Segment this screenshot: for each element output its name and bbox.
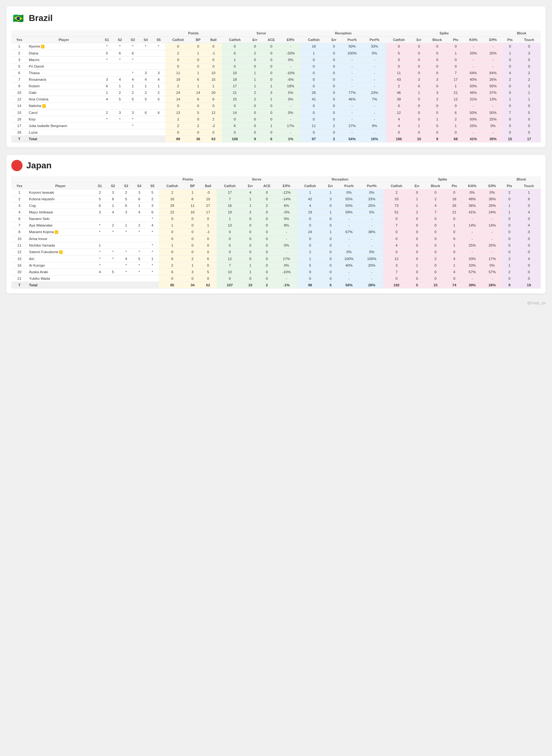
col-header-effpct: Eff% bbox=[482, 182, 502, 189]
cell-15: 0 bbox=[327, 109, 341, 116]
cell-9: 63 bbox=[205, 136, 222, 142]
cell-3: * bbox=[113, 43, 126, 50]
cell-22: 25% bbox=[462, 242, 482, 249]
player-name: Gabi bbox=[27, 89, 101, 96]
cell-13: - bbox=[280, 129, 301, 136]
col-header-ball: Ball bbox=[199, 182, 217, 189]
cell-6: 4 bbox=[146, 222, 159, 229]
cell-5 bbox=[139, 50, 152, 56]
cell-17: - bbox=[363, 116, 386, 122]
cell-18: 2 bbox=[386, 83, 412, 89]
cell-23: - bbox=[484, 129, 503, 136]
cell-2: 3 bbox=[101, 76, 113, 83]
cell-10: 0 bbox=[217, 275, 243, 282]
cell-25: 0 bbox=[518, 129, 541, 136]
cell-5 bbox=[139, 116, 152, 122]
cell-7: 0 bbox=[165, 102, 191, 109]
cell-23: - bbox=[482, 235, 502, 242]
cell-23: - bbox=[482, 215, 502, 222]
cell-8: 1 bbox=[185, 262, 199, 269]
cell-11: 1 bbox=[248, 83, 262, 89]
cell-24: 1 bbox=[503, 96, 518, 102]
cell-23: 14% bbox=[482, 222, 502, 229]
cell-17: - bbox=[363, 76, 386, 83]
cell-13: 0% bbox=[280, 96, 301, 102]
cell-15: 0 bbox=[323, 262, 337, 269]
col-header-catfish: Catfish bbox=[165, 37, 191, 43]
cell-9: -1 bbox=[199, 229, 217, 235]
cell-25: 5 bbox=[518, 109, 541, 116]
cell-18: 33 bbox=[383, 195, 410, 202]
table-row: 4Mayu Ishikawa343462210171920-5%19158%5%… bbox=[11, 209, 541, 215]
cell-11: 0 bbox=[248, 43, 262, 50]
cell-10: 13 bbox=[217, 222, 243, 229]
cell-3: 1 bbox=[106, 202, 120, 209]
cell-19: 0 bbox=[410, 189, 424, 195]
cell-17: 0% bbox=[360, 249, 383, 255]
cell-18: 3 bbox=[383, 262, 410, 269]
cell-15: 1 bbox=[323, 229, 337, 235]
cell-8: 0 bbox=[191, 116, 205, 122]
col-header-block: Block bbox=[424, 182, 447, 189]
table-row: 14NatinhaL000000-00--0000--00 bbox=[11, 102, 541, 109]
cell-9: 17 bbox=[199, 209, 217, 215]
cell-19: 1 bbox=[410, 262, 424, 269]
cell-7: 13 bbox=[165, 109, 191, 116]
cell-0: 10 bbox=[11, 89, 27, 96]
col-header-catfish: Catfish bbox=[301, 37, 327, 43]
cell-16: - bbox=[341, 63, 363, 69]
cell-18: 4 bbox=[383, 242, 410, 249]
cell-24: 0 bbox=[503, 89, 518, 96]
cell-16: 67% bbox=[338, 229, 361, 235]
cell-10: 14 bbox=[222, 109, 248, 116]
cell-20: 2 bbox=[426, 96, 448, 102]
group-header-Reception: Reception bbox=[297, 176, 383, 183]
cell-16: 55% bbox=[338, 195, 361, 202]
cell-13: 0% bbox=[280, 56, 301, 63]
cell-24: 2 bbox=[502, 269, 517, 275]
cell-13: -14% bbox=[276, 195, 297, 202]
col-header-err: Err bbox=[327, 37, 341, 43]
cell-0: 6 bbox=[11, 69, 27, 76]
col-header-yes: Yes bbox=[11, 37, 27, 43]
cell-23: 50% bbox=[484, 109, 503, 116]
cell-22: - bbox=[463, 129, 484, 136]
cell-19: 0 bbox=[410, 255, 424, 262]
cell-21: 0 bbox=[446, 235, 462, 242]
cell-16: 100% bbox=[341, 50, 363, 56]
cell-22: 33% bbox=[462, 255, 482, 262]
cell-18: 12 bbox=[386, 109, 412, 116]
table-row: 7Aya Watanabe*212410113008%00--700114%14… bbox=[11, 222, 541, 229]
cell-8: 6 bbox=[191, 76, 205, 83]
cell-11: 0 bbox=[243, 275, 258, 282]
cell-11: 1 bbox=[248, 76, 262, 83]
cell-4: * bbox=[126, 69, 139, 76]
cell-11: 4 bbox=[243, 189, 258, 195]
cell-19: 0 bbox=[410, 242, 424, 249]
cell-21: 0 bbox=[448, 129, 463, 136]
cell-15: 0 bbox=[323, 202, 337, 209]
player-name: Kotona Hayashi bbox=[27, 195, 93, 202]
cell-5: * bbox=[133, 249, 146, 255]
cell-19: 1 bbox=[412, 122, 426, 129]
cell-9: 15 bbox=[205, 76, 222, 83]
cell-21: 2 bbox=[448, 116, 463, 122]
cell-0: 2 bbox=[11, 50, 27, 56]
player-name: NatinhaL bbox=[27, 102, 101, 109]
cell-25: 1 bbox=[518, 96, 541, 102]
cell-20: 0 bbox=[424, 235, 447, 242]
cell-8: 0 bbox=[185, 229, 199, 235]
cell-20: 0 bbox=[426, 56, 448, 63]
cell-25: 0 bbox=[517, 215, 541, 222]
cell-13: - bbox=[280, 43, 301, 50]
group-header-row: PointsServeReceptionSpikeBlock bbox=[11, 176, 541, 183]
cell-25: 0 bbox=[517, 235, 541, 242]
table-row: 10Gabi1222224142021235%26077%23%46132146… bbox=[11, 89, 541, 96]
cell-0: 1 bbox=[11, 43, 27, 50]
cell-6 bbox=[146, 282, 159, 288]
cell-18: 0 bbox=[383, 215, 410, 222]
libero-badge: L bbox=[59, 250, 62, 254]
cell-2: 3 bbox=[93, 209, 106, 215]
col-header-touch: Touch bbox=[518, 37, 541, 43]
player-name: Total bbox=[27, 282, 93, 288]
